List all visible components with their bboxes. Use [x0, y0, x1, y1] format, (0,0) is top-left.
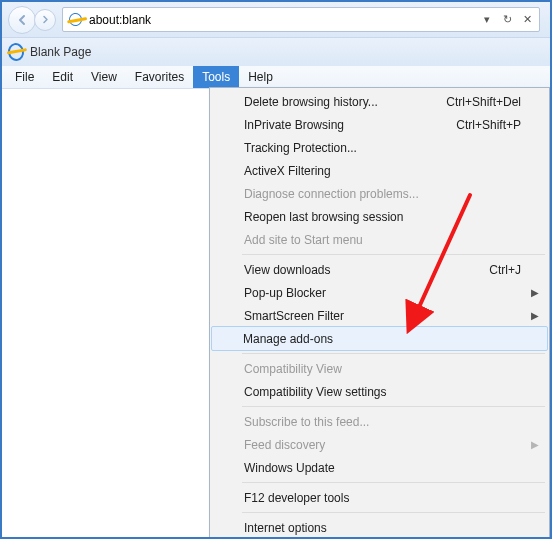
submenu-arrow-icon: ▶	[531, 439, 539, 450]
menu-item-label: ActiveX Filtering	[244, 164, 331, 178]
menu-item-add-site-to-start-menu: Add site to Start menu	[212, 228, 547, 251]
menu-item-inprivate-browsing[interactable]: InPrivate BrowsingCtrl+Shift+P	[212, 113, 547, 136]
menu-item-label: Manage add-ons	[243, 332, 333, 346]
titlebar: ▾ ↻ ✕	[2, 2, 550, 38]
nav-buttons	[8, 6, 54, 34]
menu-item-shortcut: Ctrl+J	[489, 263, 521, 277]
menu-tools[interactable]: Tools	[193, 66, 239, 88]
menu-item-shortcut: Ctrl+Shift+Del	[446, 95, 521, 109]
menu-item-label: Windows Update	[244, 461, 335, 475]
menu-item-shortcut: Ctrl+Shift+P	[456, 118, 521, 132]
submenu-arrow-icon: ▶	[531, 287, 539, 298]
ie-window: ▾ ↻ ✕ Blank Page FileEditViewFavoritesTo…	[0, 0, 552, 539]
menu-item-label: Diagnose connection problems...	[244, 187, 419, 201]
menu-separator	[242, 406, 545, 407]
menu-item-f12-developer-tools[interactable]: F12 developer tools	[212, 486, 547, 509]
tools-menu-dropdown: Delete browsing history...Ctrl+Shift+Del…	[209, 87, 550, 539]
menu-favorites[interactable]: Favorites	[126, 66, 193, 88]
menu-item-feed-discovery: Feed discovery▶	[212, 433, 547, 456]
menu-file[interactable]: File	[6, 66, 43, 88]
menu-item-internet-options[interactable]: Internet options	[212, 516, 547, 539]
menu-item-label: SmartScreen Filter	[244, 309, 344, 323]
tab-title[interactable]: Blank Page	[30, 45, 91, 59]
menu-item-subscribe-to-this-feed: Subscribe to this feed...	[212, 410, 547, 433]
menu-item-label: View downloads	[244, 263, 331, 277]
menu-help[interactable]: Help	[239, 66, 282, 88]
menu-item-label: F12 developer tools	[244, 491, 349, 505]
menu-item-diagnose-connection-problems: Diagnose connection problems...	[212, 182, 547, 205]
menu-item-label: Add site to Start menu	[244, 233, 363, 247]
menu-item-delete-browsing-history[interactable]: Delete browsing history...Ctrl+Shift+Del	[212, 90, 547, 113]
menu-item-tracking-protection[interactable]: Tracking Protection...	[212, 136, 547, 159]
menu-item-label: Internet options	[244, 521, 327, 535]
menu-bar: FileEditViewFavoritesToolsHelp	[2, 66, 550, 89]
refresh-icon[interactable]: ↻	[499, 12, 515, 28]
address-bar[interactable]: ▾ ↻ ✕	[62, 7, 540, 32]
menu-separator	[242, 512, 545, 513]
submenu-arrow-icon: ▶	[531, 310, 539, 321]
tab-bar: Blank Page	[2, 38, 550, 66]
menu-separator	[242, 482, 545, 483]
menu-item-label: Reopen last browsing session	[244, 210, 403, 224]
menu-item-label: Subscribe to this feed...	[244, 415, 369, 429]
menu-item-view-downloads[interactable]: View downloadsCtrl+J	[212, 258, 547, 281]
menu-item-windows-update[interactable]: Windows Update	[212, 456, 547, 479]
menu-item-label: Feed discovery	[244, 438, 325, 452]
menu-view[interactable]: View	[82, 66, 126, 88]
address-input[interactable]	[87, 12, 475, 28]
dropdown-icon[interactable]: ▾	[479, 12, 495, 28]
menu-separator	[242, 254, 545, 255]
back-button[interactable]	[8, 6, 36, 34]
menu-separator	[242, 353, 545, 354]
menu-item-reopen-last-browsing-session[interactable]: Reopen last browsing session	[212, 205, 547, 228]
forward-button[interactable]	[34, 9, 56, 31]
menu-item-pop-up-blocker[interactable]: Pop-up Blocker▶	[212, 281, 547, 304]
menu-item-label: Tracking Protection...	[244, 141, 357, 155]
stop-icon[interactable]: ✕	[519, 12, 535, 28]
ie-page-icon	[67, 12, 83, 28]
menu-item-label: Pop-up Blocker	[244, 286, 326, 300]
menu-item-label: Delete browsing history...	[244, 95, 378, 109]
menu-item-label: Compatibility View settings	[244, 385, 387, 399]
menu-item-activex-filtering[interactable]: ActiveX Filtering	[212, 159, 547, 182]
menu-item-label: InPrivate Browsing	[244, 118, 344, 132]
menu-item-compatibility-view-settings[interactable]: Compatibility View settings	[212, 380, 547, 403]
menu-item-manage-add-ons[interactable]: Manage add-ons	[211, 326, 548, 351]
menu-edit[interactable]: Edit	[43, 66, 82, 88]
menu-item-compatibility-view: Compatibility View	[212, 357, 547, 380]
menu-item-label: Compatibility View	[244, 362, 342, 376]
ie-tab-icon	[8, 44, 24, 60]
menu-item-smartscreen-filter[interactable]: SmartScreen Filter▶	[212, 304, 547, 327]
